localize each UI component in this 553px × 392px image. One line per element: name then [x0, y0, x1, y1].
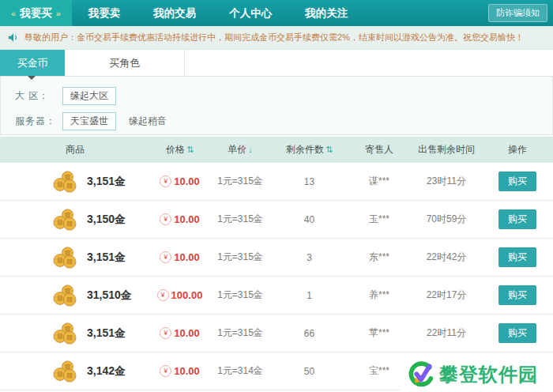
table-row: 3,150金 ¥10.00 1元=315金 40 玉*** 70时59分 购买	[0, 201, 553, 239]
table-row: 31,510金 ¥100.00 1元=315金 1 养*** 22时17分 购买	[0, 277, 553, 315]
header-action: 操作	[482, 143, 553, 156]
nav-item-my-follows[interactable]: 我的关注	[288, 0, 364, 26]
time-left: 22时17分	[411, 288, 482, 302]
yuan-icon: ¥	[160, 251, 171, 263]
table-row: 3,151金 ¥10.00 1元=315金 13 谋*** 23时11分 购买	[0, 163, 553, 201]
unit-price: 1元=315金	[209, 213, 271, 226]
action-cell: 购买	[482, 209, 553, 229]
gold-amount: 3,151金	[87, 251, 126, 265]
gold-amount: 3,151金	[87, 175, 126, 189]
price-cell: ¥10.00	[150, 327, 209, 339]
price-value: 10.00	[174, 327, 200, 339]
gold-amount: 31,510金	[87, 288, 132, 303]
right-chevrons-icon: »	[56, 9, 61, 18]
header-remaining-count[interactable]: 剩余件数⇅	[271, 143, 348, 156]
buy-button[interactable]: 购买	[498, 285, 536, 305]
gold-coins-icon	[52, 322, 77, 345]
sort-both-icon[interactable]: ⇅	[325, 145, 333, 154]
price-cell: ¥10.00	[150, 175, 209, 187]
gold-amount: 3,150金	[87, 213, 126, 227]
seller-name: 养***	[348, 288, 411, 302]
price-value: 10.00	[174, 365, 200, 377]
buy-button[interactable]: 购买	[498, 323, 536, 343]
time-left: 22时11分	[411, 326, 482, 340]
remaining-count: 40	[271, 214, 348, 225]
tab-buy-gold[interactable]: 买金币	[0, 50, 65, 76]
header-unit-price[interactable]: 单价↓	[209, 143, 271, 156]
seller-name: 玉***	[348, 213, 411, 226]
active-tab-pointer-icon	[28, 76, 36, 84]
product-cell: 3,151金	[0, 247, 150, 269]
price-cell: ¥10.00	[150, 213, 209, 225]
announcement-text: 尊敬的用户：金币交易手续费优惠活动持续进行中，期间完成金币交易手续费仅需2%，结…	[24, 32, 524, 43]
action-cell: 购买	[482, 247, 553, 267]
region-label: 大 区：	[15, 89, 62, 103]
unit-price: 1元=315金	[209, 326, 271, 340]
seller-name: 谋***	[348, 175, 411, 188]
nav-item-label: 我要买	[20, 6, 52, 21]
server-other-option[interactable]: 缘起稍音	[129, 115, 167, 128]
remaining-count: 1	[271, 290, 348, 301]
header-seller: 寄售人	[348, 143, 411, 156]
sort-down-icon[interactable]: ↓	[248, 145, 253, 154]
nav-item-buy[interactable]: « 我要买 »	[0, 0, 72, 26]
anti-fraud-notice-button[interactable]: 防诈骗须知	[488, 4, 547, 22]
gold-coins-icon	[52, 247, 77, 269]
region-selected-option[interactable]: 缘起大区	[62, 87, 116, 105]
seller-name: 苹***	[348, 326, 411, 340]
price-value: 10.00	[174, 213, 200, 225]
buy-button[interactable]: 购买	[498, 247, 536, 267]
remaining-count: 66	[271, 328, 348, 339]
unit-price: 1元=315金	[209, 175, 271, 188]
nav-item-personal-center[interactable]: 个人中心	[213, 0, 288, 26]
nav-item-my-trades[interactable]: 我的交易	[137, 0, 213, 26]
region-filter-row: 大 区： 缘起大区	[15, 87, 552, 105]
price-value: 10.00	[174, 251, 200, 263]
price-value: 100.00	[171, 289, 203, 301]
product-cell: 3,151金	[0, 171, 150, 193]
yuan-icon: ¥	[160, 175, 171, 187]
header-product: 商品	[0, 143, 150, 156]
time-left: 22时42分	[411, 251, 482, 264]
gold-coins-icon	[52, 209, 77, 231]
table-row: 3,151金 ¥10.00 1元=315金 66 苹*** 22时11分 购买	[0, 315, 553, 352]
price-cell: ¥10.00	[150, 251, 209, 263]
unit-price: 1元=315金	[209, 251, 271, 264]
remaining-count: 13	[271, 176, 348, 187]
watermark-text: 攀登软件园	[439, 362, 538, 387]
unit-price: 1元=315金	[209, 288, 271, 302]
gold-amount: 3,142金	[87, 364, 126, 379]
yuan-icon: ¥	[160, 327, 171, 339]
action-cell: 购买	[482, 323, 553, 343]
gold-coins-icon	[52, 285, 77, 307]
time-left: 70时59分	[411, 213, 482, 226]
remaining-count: 50	[271, 366, 348, 377]
server-filter-row: 服务器： 天宝盛世 缘起稍音	[15, 112, 552, 130]
yuan-icon: ¥	[157, 289, 169, 301]
header-time-left: 出售剩余时间	[411, 143, 482, 156]
speaker-icon	[8, 32, 19, 43]
action-cell: 购买	[482, 285, 553, 305]
table-row: 3,151金 ¥10.00 1元=315金 3 东*** 22时42分 购买	[0, 239, 553, 277]
server-label: 服务器：	[15, 115, 62, 128]
left-chevrons-icon: «	[11, 9, 16, 18]
price-value: 10.00	[174, 175, 200, 187]
buy-button[interactable]: 购买	[498, 209, 536, 229]
product-cell: 3,150金	[0, 209, 150, 231]
yuan-icon: ¥	[160, 365, 171, 377]
seller-name: 东***	[348, 251, 411, 264]
buy-button[interactable]: 购买	[498, 172, 536, 191]
table-header: 商品 价格⇅ 单价↓ 剩余件数⇅ 寄售人 出售剩余时间 操作	[0, 137, 553, 163]
time-left: 23时11分	[411, 175, 482, 188]
price-cell: ¥100.00	[150, 289, 209, 301]
gold-amount: 3,151金	[87, 326, 126, 341]
nav-item-sell[interactable]: 我要卖	[72, 0, 137, 26]
gold-coins-icon	[52, 360, 77, 383]
product-cell: 3,142金	[0, 360, 150, 383]
server-selected-option[interactable]: 天宝盛世	[62, 112, 116, 130]
header-price[interactable]: 价格⇅	[150, 143, 209, 156]
sort-both-icon[interactable]: ⇅	[186, 145, 194, 154]
unit-price: 1元=314金	[209, 364, 271, 378]
product-cell: 3,151金	[0, 322, 150, 345]
tab-buy-character[interactable]: 买角色	[65, 50, 185, 76]
